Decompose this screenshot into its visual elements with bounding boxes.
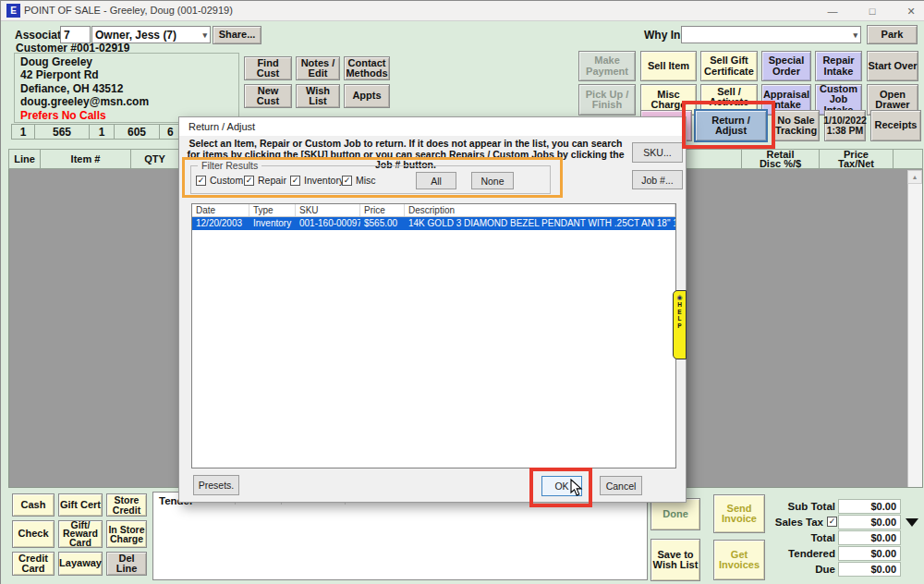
mouse-cursor <box>570 479 583 497</box>
appts-button[interactable]: Appts <box>344 84 390 108</box>
maximize-icon[interactable]: □ <box>858 1 886 21</box>
list-item-row-selected[interactable]: 12/20/2003 Inventory 001-160-00097 $565.… <box>192 217 675 230</box>
why-in-select[interactable]: ▾ <box>681 26 861 43</box>
share-button[interactable]: Share... <box>213 26 261 44</box>
make-payment-button[interactable]: Make Payment <box>578 51 636 81</box>
park-button[interactable]: Park <box>867 25 918 44</box>
sell-item-button[interactable]: Sell Item <box>640 51 697 81</box>
check-button[interactable]: Check <box>12 520 55 548</box>
chevron-down-icon: ▾ <box>202 30 207 40</box>
associate-value: 7 <box>64 29 70 42</box>
save-to-wish-list-button[interactable]: Save to Wish List <box>650 539 700 581</box>
custom-checkbox[interactable]: ✓ Custom <box>196 175 243 186</box>
wish-list-button[interactable]: Wish List <box>296 84 340 108</box>
dialog-titlebar: Return / Adjust <box>179 117 686 136</box>
sku-button[interactable]: SKU... <box>632 142 683 163</box>
checkbox-icon: ✓ <box>196 176 206 186</box>
notes-edit-button[interactable]: Notes / Edit <box>296 56 340 80</box>
del-line-button[interactable]: Del Line <box>106 552 147 576</box>
col-qty: QTY <box>131 150 179 168</box>
due-label: Due <box>712 564 835 575</box>
sales-tax-value: $0.00 <box>838 515 901 529</box>
gift-reward-card-button[interactable]: Gift/ Reward Card <box>58 520 103 548</box>
list-header-row: Date Type SKU Price Description <box>192 204 675 217</box>
receipts-button[interactable]: Receipts <box>870 110 921 141</box>
return-items-list: Date Type SKU Price Description 12/20/20… <box>191 203 676 468</box>
col-item: Item # <box>41 150 131 168</box>
return-adjust-button[interactable]: Return / Adjust <box>694 109 768 142</box>
pos-window: E POINT OF SALE - Greeley, Doug (001-029… <box>0 0 924 584</box>
col-retail: Retail Disc %/$ <box>741 150 820 168</box>
credit-card-button[interactable]: Credit Card <box>12 552 55 576</box>
help-tab-label: HELP <box>676 301 683 329</box>
chevron-down-icon: ▾ <box>853 30 857 40</box>
subtotal-value: $0.00 <box>838 499 901 514</box>
new-cust-button[interactable]: New Cust <box>244 84 292 108</box>
customer-email: doug.greeley@msn.com <box>20 95 233 108</box>
contact-methods-button[interactable]: Contact Methods <box>344 56 390 80</box>
return-adjust-dialog: Return / Adjust Select an Item, Repair o… <box>178 116 687 503</box>
cash-button[interactable]: Cash <box>12 493 55 517</box>
stat-cell: 605 <box>114 124 160 140</box>
job-number-button[interactable]: Job #... <box>632 170 683 189</box>
grid-scrollbar[interactable] <box>907 170 922 487</box>
store-credit-button[interactable]: Store Credit <box>106 493 147 517</box>
help-bullet-icon: ◉ <box>676 293 682 301</box>
customer-address2: Defiance, OH 43512 <box>20 82 233 95</box>
filter-none-button[interactable]: None <box>471 172 514 189</box>
app-logo-icon: E <box>6 4 20 18</box>
total-value: $0.00 <box>838 530 901 545</box>
checkbox-icon: ✓ <box>244 176 254 186</box>
special-order-button[interactable]: Special Order <box>761 51 811 81</box>
due-value: $0.00 <box>838 562 901 577</box>
customer-info-panel: Doug Greeley 42 Pierpont Rd Defiance, OH… <box>14 53 239 123</box>
datetime-button[interactable]: 1/10/2022 1:38 PM <box>824 110 866 141</box>
tendered-value: $0.00 <box>838 546 901 561</box>
help-tab[interactable]: ◉ HELP <box>673 290 687 359</box>
close-icon[interactable]: ✕ <box>897 1 924 21</box>
scroll-up-icon[interactable]: ▴ <box>907 170 922 184</box>
sell-gift-certificate-button[interactable]: Sell Gift Certificate <box>700 51 758 81</box>
start-over-button[interactable]: Start Over <box>867 51 918 81</box>
stat-cell: 1 <box>11 124 35 140</box>
pick-up-finish-button[interactable]: Pick Up / Finish <box>578 84 636 116</box>
associate-name: Owner, Jess (7) <box>95 29 176 42</box>
done-button[interactable]: Done <box>650 498 700 530</box>
customer-address1: 42 Pierpont Rd <box>20 68 233 81</box>
total-label: Total <box>712 532 835 543</box>
checkbox-icon: ✓ <box>290 176 300 186</box>
sales-tax-label: Sales Tax <box>700 517 823 528</box>
layaway-button[interactable]: Layaway <box>58 552 103 576</box>
minimize-icon[interactable]: — <box>819 1 846 21</box>
find-cust-button[interactable]: Find Cust <box>244 56 292 80</box>
window-titlebar: E POINT OF SALE - Greeley, Doug (001-029… <box>1 1 924 21</box>
stat-cell: 565 <box>34 124 90 140</box>
stat-cell: 1 <box>89 124 115 140</box>
no-sale-tracking-button[interactable]: No Sale Tracking <box>772 110 820 141</box>
presets-button[interactable]: Presets. <box>193 475 239 495</box>
dialog-title: Return / Adjust <box>188 121 255 132</box>
col-price: Price Tax/Net <box>820 150 894 168</box>
filter-results-legend: Filter Results <box>198 160 261 171</box>
inventory-checkbox[interactable]: ✓ Inventory <box>290 175 344 186</box>
customer-name: Doug Greeley <box>20 55 233 68</box>
cancel-button[interactable]: Cancel <box>600 476 642 495</box>
col-line: Line <box>9 150 41 168</box>
subtotal-label: Sub Total <box>712 501 835 512</box>
tender-panel: Tender <box>152 492 648 580</box>
why-in-label: Why In <box>644 29 680 42</box>
gift-cert-button[interactable]: Gift Cert <box>58 493 103 517</box>
tendered-label: Tendered <box>712 548 835 559</box>
misc-checkbox[interactable]: ✓ Misc <box>342 175 376 186</box>
in-store-charge-button[interactable]: In Store Charge <box>106 520 147 548</box>
repair-intake-button[interactable]: Repair Intake <box>815 51 862 81</box>
checkbox-icon: ✓ <box>342 176 352 186</box>
window-title: POINT OF SALE - Greeley, Doug (001-02919… <box>24 5 233 16</box>
sales-tax-checkbox[interactable]: ✓ <box>827 517 837 527</box>
filter-all-button[interactable]: All <box>416 172 456 189</box>
repair-checkbox[interactable]: ✓ Repair <box>244 175 286 186</box>
sales-tax-dropdown-icon[interactable] <box>906 518 918 527</box>
